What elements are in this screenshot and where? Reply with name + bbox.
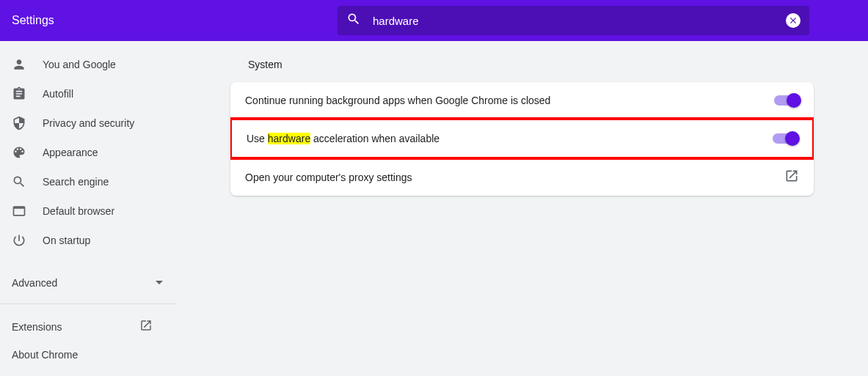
sidebar-item-label: Autofill (43, 88, 73, 100)
shield-icon (12, 116, 26, 130)
search-box[interactable] (338, 6, 809, 35)
sidebar: You and Google Autofill Privacy and secu… (0, 41, 176, 376)
sidebar-extensions[interactable]: Extensions (0, 312, 164, 342)
sidebar-item-label: Search engine (43, 176, 109, 188)
search-input[interactable] (373, 15, 786, 27)
setting-label: Continue running background apps when Go… (245, 95, 774, 106)
section-title: System (248, 59, 814, 70)
sidebar-item-label: On startup (43, 235, 90, 246)
assignment-icon (12, 86, 26, 101)
page-title: Settings (12, 14, 54, 27)
search-icon (346, 12, 361, 29)
sidebar-about-label: About Chrome (12, 349, 78, 361)
search-highlight: hardware (268, 133, 310, 144)
sidebar-item-search-engine[interactable]: Search engine (0, 167, 176, 196)
sidebar-item-label: Privacy and security (43, 117, 134, 129)
sidebar-item-label: Appearance (43, 147, 98, 158)
setting-row-proxy[interactable]: Open your computer's proxy settings (230, 158, 814, 196)
setting-row-background-apps[interactable]: Continue running background apps when Go… (230, 82, 814, 119)
sidebar-item-label: You and Google (43, 59, 116, 70)
chevron-down-icon (156, 277, 163, 289)
sidebar-item-default-browser[interactable]: Default browser (0, 196, 176, 226)
setting-label: Open your computer's proxy settings (245, 172, 784, 183)
divider (0, 303, 176, 304)
setting-label: Use hardware acceleration when available (247, 133, 773, 144)
open-in-new-icon (139, 319, 153, 334)
sidebar-item-appearance[interactable]: Appearance (0, 138, 176, 167)
main-content: System Continue running background apps … (176, 41, 868, 376)
sidebar-item-privacy[interactable]: Privacy and security (0, 108, 176, 138)
toggle-switch[interactable] (774, 95, 799, 106)
sidebar-item-on-startup[interactable]: On startup (0, 226, 176, 255)
sidebar-extensions-label: Extensions (12, 321, 62, 333)
sidebar-about-chrome[interactable]: About Chrome (0, 342, 176, 368)
sidebar-item-label: Default browser (43, 205, 114, 217)
sidebar-advanced-label: Advanced (12, 277, 57, 289)
setting-row-hardware-acceleration[interactable]: Use hardware acceleration when available (232, 120, 812, 157)
sidebar-advanced-toggle[interactable]: Advanced (0, 267, 176, 299)
settings-card: Continue running background apps when Go… (230, 82, 814, 196)
search-icon (12, 174, 26, 189)
open-in-new-icon (784, 169, 799, 185)
sidebar-item-you-and-google[interactable]: You and Google (0, 50, 176, 79)
sidebar-item-autofill[interactable]: Autofill (0, 79, 176, 108)
browser-icon (12, 204, 26, 218)
person-icon (12, 57, 26, 72)
power-icon (12, 233, 26, 248)
clear-search-button[interactable] (786, 13, 800, 28)
palette-icon (12, 145, 26, 160)
toggle-switch[interactable] (773, 133, 798, 144)
